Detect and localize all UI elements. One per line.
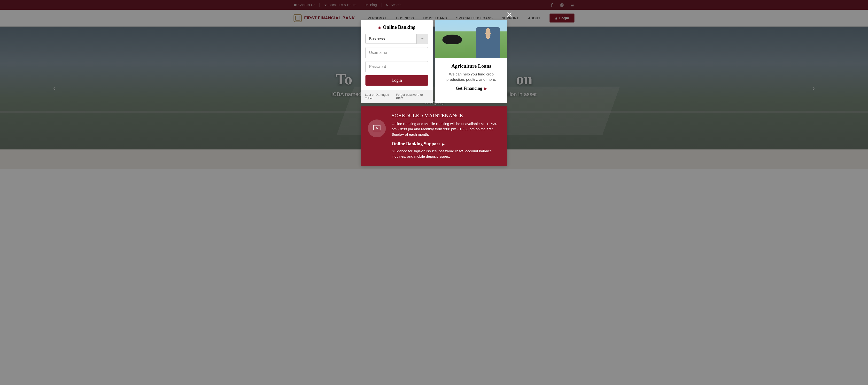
promo-panel: Agriculture Loans We can help you fund c… <box>435 20 507 103</box>
support-link-label: Online Banking Support <box>392 141 440 146</box>
caret-right-icon: ▶ <box>442 142 444 146</box>
promo-cta-label: Get Financing <box>456 86 482 91</box>
lost-token-link[interactable]: Lost or Damaged Token <box>365 93 396 100</box>
maintenance-panel: $ SCHEDULED MAINTENANCE Online Banking a… <box>361 106 507 166</box>
laptop-dollar-icon: $ <box>368 119 386 137</box>
close-icon[interactable]: ✕ <box>506 11 513 19</box>
online-banking-support-link[interactable]: Online Banking Support ▶ <box>392 141 444 146</box>
promo-title: Agriculture Loans <box>440 63 502 69</box>
promo-image <box>435 20 507 58</box>
login-panel-title: Online Banking <box>366 25 428 30</box>
maintenance-content: SCHEDULED MAINTENANCE Online Banking and… <box>392 113 500 159</box>
username-input[interactable] <box>366 47 428 58</box>
support-description: Guidance for sign-on issues, password re… <box>392 148 500 159</box>
login-panel: Online Banking Business Login Lost or Da… <box>361 20 433 103</box>
promo-cta-link[interactable]: Get Financing ▶ <box>456 86 487 91</box>
modal-top-row: Online Banking Business Login Lost or Da… <box>361 20 507 103</box>
password-input[interactable] <box>366 61 428 72</box>
promo-cattle-graphic <box>442 35 462 44</box>
account-type-select[interactable]: Business <box>366 34 428 44</box>
maintenance-title: SCHEDULED MAINTENANCE <box>392 113 500 119</box>
promo-person-graphic <box>476 27 500 58</box>
caret-right-icon: ▶ <box>485 87 487 91</box>
login-panel-body: Online Banking Business Login <box>361 20 433 90</box>
login-title-text: Online Banking <box>383 25 415 30</box>
svg-text:$: $ <box>376 126 378 130</box>
forgot-password-link[interactable]: Forgot password or PIN? <box>396 93 428 100</box>
promo-body: Agriculture Loans We can help you fund c… <box>435 58 507 97</box>
promo-description: We can help you fund crop production, po… <box>440 72 502 82</box>
account-type-select-wrap: Business <box>366 34 428 44</box>
login-modal: ✕ Online Banking Business <box>361 11 507 166</box>
login-footer: Lost or Damaged Token Forgot password or… <box>361 90 433 103</box>
login-submit-button[interactable]: Login <box>366 75 428 85</box>
lock-icon <box>378 25 381 30</box>
maintenance-text: Online Banking and Mobile Banking will b… <box>392 121 500 137</box>
